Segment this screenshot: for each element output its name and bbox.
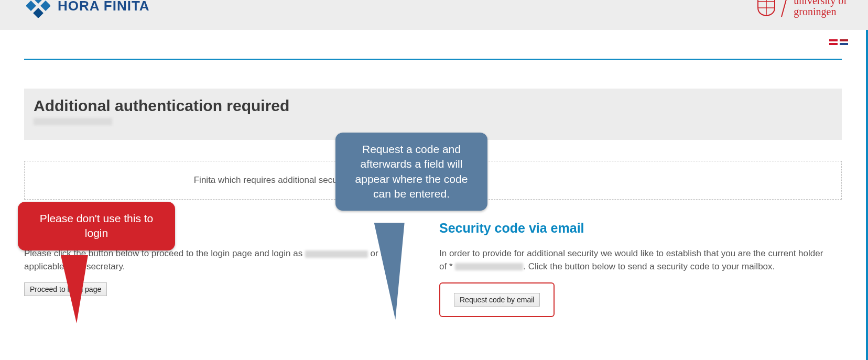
page-title: Additional authentication required <box>34 97 832 115</box>
brand-text: HORA FINITA <box>58 0 150 14</box>
code-column: Security code via email In order to prov… <box>437 221 842 317</box>
divider <box>24 59 842 60</box>
university-name: university of groningen <box>794 0 847 17</box>
request-code-highlight: Request code by email <box>439 282 555 317</box>
logo-icon <box>26 0 50 18</box>
code-heading: Security code via email <box>439 221 831 236</box>
redacted-email <box>455 263 523 270</box>
security-notice-text: Finita which requires additional securit… <box>194 175 351 185</box>
svg-rect-2 <box>40 1 50 11</box>
annotation-blue: Request a code and afterwards a field wi… <box>335 133 487 211</box>
request-code-button[interactable]: Request code by email <box>454 293 540 307</box>
svg-rect-1 <box>26 1 36 11</box>
shield-icon <box>757 0 776 19</box>
annotation-red: Please don't use this to login <box>18 202 175 250</box>
redacted-subtitle <box>34 118 112 125</box>
code-paragraph: In order to provide for additional secur… <box>439 247 831 273</box>
flag-uk[interactable] <box>829 39 838 45</box>
redacted-user <box>305 250 368 258</box>
university-logo: university of groningen <box>757 0 847 20</box>
language-flags <box>829 39 848 45</box>
flag-nl[interactable] <box>840 39 848 45</box>
page-body: Additional authentication required You a… <box>0 30 868 360</box>
brand: HORA FINITA <box>26 0 150 18</box>
slash-icon <box>780 0 789 20</box>
svg-rect-0 <box>33 0 44 4</box>
svg-line-7 <box>782 0 788 17</box>
svg-rect-3 <box>33 8 44 18</box>
top-bar: HORA FINITA university of groningen <box>0 0 868 30</box>
